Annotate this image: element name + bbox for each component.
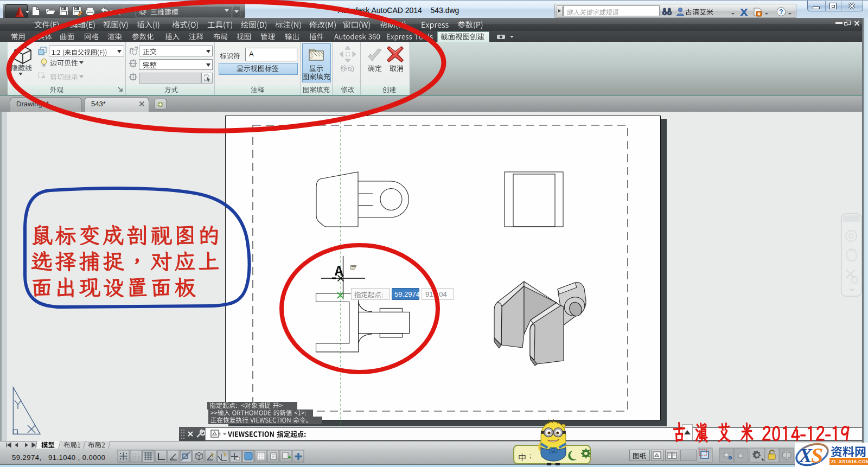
svg-text:?: ?	[779, 8, 783, 16]
svg-text:ZL.XS1616.COM: ZL.XS1616.COM	[831, 459, 868, 464]
svg-text:;: ;	[529, 451, 532, 459]
svg-text:S: S	[811, 443, 823, 467]
